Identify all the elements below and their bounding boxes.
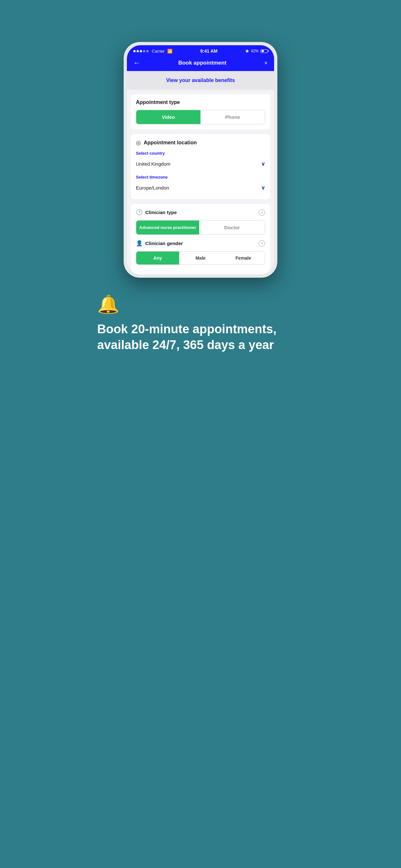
nav-bar: ← Book appointment × — [127, 56, 274, 71]
country-dropdown[interactable]: United Kingdom ∨ — [136, 158, 265, 170]
phone-screen: Carrier 📶 9:41 AM ✱ 42% ← Book appointme… — [127, 45, 274, 275]
status-time: 9:41 AM — [200, 49, 217, 54]
bluetooth-icon: ✱ — [245, 49, 249, 54]
phone-button[interactable]: Phone — [201, 110, 265, 124]
appointment-type-card: Appointment type Video Phone — [131, 94, 270, 129]
status-bar: Carrier 📶 9:41 AM ✱ 42% — [127, 45, 274, 56]
clinician-type-title: Clinician type — [145, 210, 177, 215]
timezone-chevron-icon: ∨ — [261, 185, 265, 191]
location-header: ◎ Appointment location — [136, 139, 265, 146]
any-gender-button[interactable]: Any — [136, 252, 179, 265]
timezone-dropdown[interactable]: Europe/London ∨ — [136, 182, 265, 194]
dot2 — [136, 50, 139, 52]
close-button[interactable]: × — [264, 60, 268, 66]
clinician-gender-title: Clinician gender — [145, 241, 183, 246]
status-right: ✱ 42% — [245, 49, 268, 54]
clinician-gender-header: 👤 Clinician gender i — [136, 240, 265, 247]
clinician-type-toggle: Advanced nurse practitioner Doctor — [136, 220, 265, 235]
video-button[interactable]: Video — [136, 110, 201, 124]
battery-fill — [261, 50, 264, 52]
appointment-location-card: ◎ Appointment location Select country Un… — [131, 134, 270, 199]
dot1 — [133, 50, 135, 52]
phone-frame: Carrier 📶 9:41 AM ✱ 42% ← Book appointme… — [124, 42, 277, 278]
carrier-label: Carrier — [152, 49, 165, 54]
male-gender-button[interactable]: Male — [179, 252, 222, 265]
location-title: Appointment location — [144, 140, 197, 146]
country-label: Select country — [136, 151, 265, 156]
country-value: United Kingdom — [136, 161, 171, 166]
clinician-gender-section: 👤 Clinician gender i Any Male Female — [136, 240, 265, 265]
bell-icon: 🔔 — [97, 294, 304, 315]
dot3 — [140, 50, 142, 52]
clinician-gender-header-left: 👤 Clinician gender — [136, 240, 183, 247]
timezone-value: Europe/London — [136, 185, 169, 190]
location-icon: ◎ — [136, 139, 141, 146]
dot5 — [146, 50, 149, 52]
battery-icon — [260, 50, 268, 53]
country-chevron-icon: ∨ — [261, 161, 265, 167]
clinician-gender-icon: 👤 — [136, 240, 143, 247]
country-group: Select country United Kingdom ∨ — [136, 151, 265, 170]
clinician-type-header: 🕐 Clinician type i — [136, 209, 265, 216]
benefits-link[interactable]: View your available benefits — [166, 78, 235, 83]
nav-title: Book appointment — [178, 60, 226, 66]
signal-dots — [133, 50, 149, 52]
bottom-promo-section: 🔔 Book 20-minute appointments, available… — [71, 294, 330, 353]
content-area: View your available benefits Appointment… — [127, 71, 274, 270]
promo-text: Book 20-minute appointments, available 2… — [97, 321, 304, 353]
benefits-banner: View your available benefits — [127, 71, 274, 90]
advanced-nurse-button[interactable]: Advanced nurse practitioner — [136, 221, 199, 235]
clinician-type-header-left: 🕐 Clinician type — [136, 209, 177, 216]
timezone-group: Select timezone Europe/London ∨ — [136, 175, 265, 194]
appointment-type-title: Appointment type — [136, 99, 265, 105]
dot4 — [143, 50, 145, 52]
clinician-type-info-icon[interactable]: i — [258, 209, 265, 216]
status-left: Carrier 📶 — [133, 49, 173, 54]
clinician-section-card: 🕐 Clinician type i Advanced nurse practi… — [131, 204, 270, 270]
battery-percent: 42% — [251, 49, 258, 53]
timezone-label: Select timezone — [136, 175, 265, 180]
clinician-gender-toggle: Any Male Female — [136, 251, 265, 265]
back-button[interactable]: ← — [133, 59, 141, 66]
clinician-gender-info-icon[interactable]: i — [258, 240, 265, 247]
female-gender-button[interactable]: Female — [222, 252, 265, 265]
clinician-type-icon: 🕐 — [136, 209, 143, 216]
appointment-type-toggle: Video Phone — [136, 110, 265, 124]
doctor-button[interactable]: Doctor — [199, 221, 265, 235]
wifi-icon: 📶 — [167, 49, 173, 54]
